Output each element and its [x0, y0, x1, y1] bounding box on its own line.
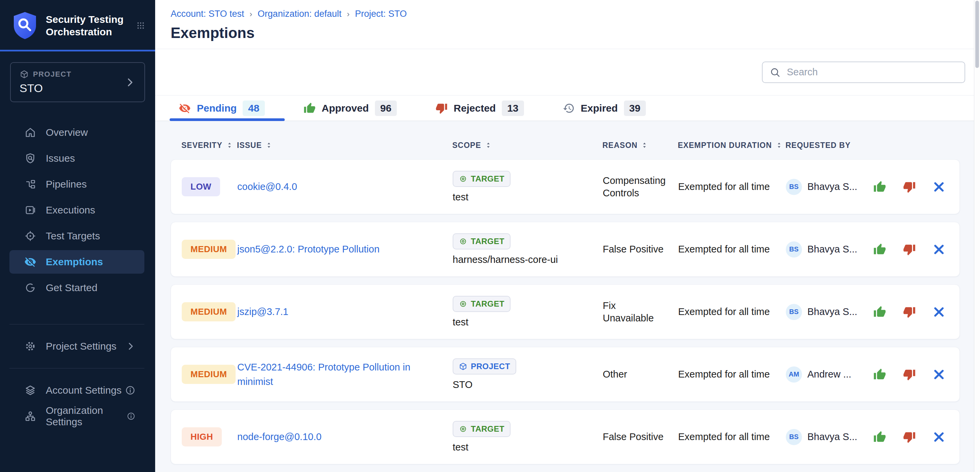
tab-count-badge: 39	[624, 100, 646, 116]
issue-link[interactable]: CVE-2021-44906: Prototype Pollution in m…	[237, 360, 453, 388]
cancel-button[interactable]	[932, 368, 945, 381]
tab-approved[interactable]: Approved 96	[304, 95, 397, 121]
sidebar-item-exemptions[interactable]: Exemptions	[10, 250, 145, 274]
scope-badge: TARGET	[453, 296, 511, 312]
scope-badge: TARGET	[453, 421, 511, 437]
pipeline-icon	[24, 178, 37, 190]
reject-button[interactable]	[903, 243, 916, 256]
approve-button[interactable]	[873, 243, 886, 256]
severity-badge: MEDIUM	[182, 365, 235, 384]
approve-button[interactable]	[873, 431, 886, 443]
info-icon[interactable]	[125, 385, 135, 396]
vertical-scrollbar[interactable]	[974, 0, 980, 472]
severity-badge: LOW	[182, 177, 220, 196]
search-input[interactable]	[787, 67, 958, 78]
page-title: Exemptions	[170, 25, 960, 41]
sort-icon[interactable]	[226, 141, 233, 150]
reason-cell: Other	[603, 368, 678, 380]
column-header-reason[interactable]: REASON	[602, 141, 678, 150]
cancel-button[interactable]	[932, 431, 945, 443]
table-row[interactable]: MEDIUM json5@2.2.0: Prototype Pollution …	[170, 222, 960, 277]
column-header-severity[interactable]: SEVERITY	[181, 141, 237, 150]
launch-icon	[24, 282, 37, 294]
app-title: Security Testing Orchestration	[46, 13, 136, 38]
sidebar-item-project-settings[interactable]: Project Settings	[10, 334, 145, 358]
search-box[interactable]	[762, 62, 965, 83]
sidebar-item-get-started[interactable]: Get Started	[10, 276, 145, 299]
gear-icon	[24, 340, 37, 352]
tab-rejected[interactable]: Rejected 13	[436, 95, 523, 121]
org-gear-icon	[24, 410, 37, 422]
page-header: Account: STO test › Organization: defaul…	[155, 0, 980, 49]
sidebar-item-label: Test Targets	[46, 230, 100, 242]
duration-cell: Exempted for all time	[678, 181, 786, 193]
table-row[interactable]: HIGH node-forge@0.10.0 TARGET test False…	[170, 409, 960, 464]
avatar: BS	[786, 304, 802, 320]
scrollbar-thumb[interactable]	[975, 1, 979, 68]
table-row[interactable]: MEDIUM jszip@3.7.1 TARGET test Fix Unava…	[170, 284, 960, 339]
column-header-issue[interactable]: ISSUE	[237, 141, 452, 150]
table-row[interactable]: LOW cookie@0.4.0 TARGET test Compensatin…	[170, 159, 960, 214]
sidebar-item-test-targets[interactable]: Test Targets	[10, 224, 145, 248]
sort-icon[interactable]	[485, 141, 492, 150]
cancel-button[interactable]	[932, 181, 945, 193]
column-header-scope[interactable]: SCOPE	[452, 141, 602, 150]
sidebar-item-account-settings[interactable]: Account Settings	[10, 379, 145, 402]
row-actions	[873, 306, 959, 318]
breadcrumb-account[interactable]: Account: STO test	[170, 9, 244, 19]
reject-button[interactable]	[903, 306, 916, 318]
chevron-right-icon	[126, 341, 135, 351]
issue-link[interactable]: node-forge@0.10.0	[237, 430, 453, 444]
sidebar-item-pipelines[interactable]: Pipelines	[10, 173, 145, 196]
sidebar-item-organization-settings[interactable]: Organization Settings	[10, 404, 145, 428]
project-selector[interactable]: PROJECT STO	[10, 62, 145, 102]
requester-name: Bhavya S...	[807, 244, 857, 255]
reject-button[interactable]	[903, 181, 916, 193]
approve-button[interactable]	[873, 368, 886, 381]
requested-by-cell: AM Andrew ...	[786, 366, 873, 383]
sort-icon[interactable]	[641, 141, 648, 150]
breadcrumb-separator: ›	[347, 10, 350, 19]
breadcrumb-project[interactable]: Project: STO	[355, 9, 407, 19]
sidebar-item-label: Exemptions	[46, 256, 103, 268]
column-header-exemption-duration[interactable]: EXEMPTION DURATION	[678, 141, 786, 150]
sidebar-item-issues[interactable]: Issues	[10, 147, 145, 170]
scope-badge: TARGET	[453, 171, 511, 187]
scope-value: test	[453, 442, 468, 453]
sort-icon[interactable]	[775, 141, 783, 150]
breadcrumb-separator: ›	[250, 10, 252, 19]
module-grid-icon[interactable]	[136, 19, 145, 33]
sidebar-item-executions[interactable]: Executions	[10, 198, 145, 222]
cancel-button[interactable]	[932, 306, 945, 318]
sidebar-item-label: Overview	[46, 127, 88, 138]
table-header-row: SEVERITY ISSUE SCOPE REASON EXEMPTION DU…	[170, 136, 960, 155]
cancel-button[interactable]	[932, 243, 945, 256]
tab-count-badge: 96	[375, 100, 397, 116]
project-selector-label: PROJECT	[33, 70, 72, 79]
breadcrumb-organization[interactable]: Organization: default	[258, 9, 342, 19]
sort-icon[interactable]	[265, 141, 273, 150]
requested-by-cell: BS Bhavya S...	[786, 304, 873, 320]
sidebar-item-overview[interactable]: Overview	[10, 121, 145, 144]
table-row[interactable]: MEDIUM CVE-2021-44906: Prototype Polluti…	[170, 347, 960, 402]
approve-button[interactable]	[873, 306, 886, 318]
reject-button[interactable]	[903, 431, 916, 443]
shield-search-icon	[24, 152, 37, 165]
reject-button[interactable]	[903, 368, 916, 381]
issue-link[interactable]: jszip@3.7.1	[237, 304, 453, 319]
issue-link[interactable]: cookie@0.4.0	[237, 179, 453, 194]
scope-value: harness/harness-core-ui	[453, 254, 558, 265]
cube-icon	[459, 362, 468, 371]
duration-cell: Exempted for all time	[678, 368, 786, 380]
chevron-right-icon	[124, 77, 135, 88]
sidebar-nav: Overview Issues Pipelines Executions Tes…	[0, 118, 155, 302]
info-icon[interactable]	[127, 411, 135, 421]
sidebar: Security Testing Orchestration PROJECT S…	[0, 0, 155, 472]
play-square-icon	[24, 204, 37, 216]
requested-by-cell: BS Bhavya S...	[786, 179, 873, 195]
issue-link[interactable]: json5@2.2.0: Prototype Pollution	[237, 242, 453, 256]
tab-expired[interactable]: Expired 39	[563, 95, 646, 121]
tab-pending[interactable]: Pending 48	[179, 95, 265, 121]
approve-button[interactable]	[873, 181, 886, 193]
tab-count-badge: 48	[243, 100, 264, 116]
